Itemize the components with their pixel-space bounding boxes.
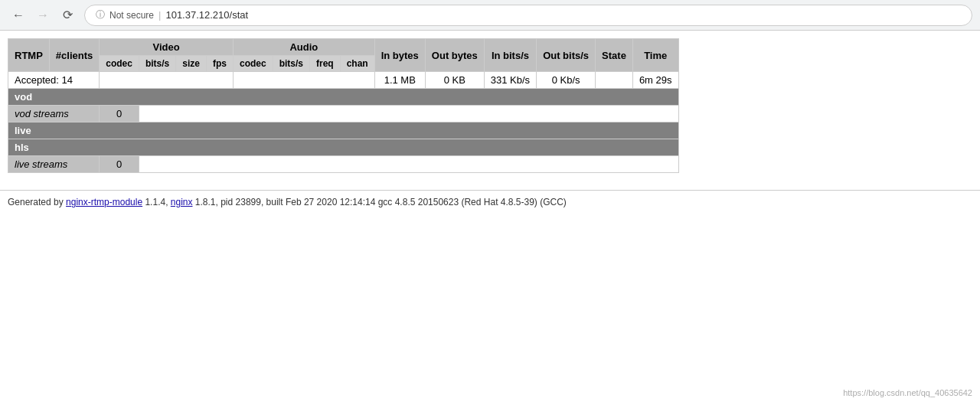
video-bits-header: bits/s (139, 56, 175, 72)
vod-streams-value: 0 (100, 106, 139, 122)
audio-freq-header: freq (310, 56, 341, 72)
main-table: RTMP #clients Video Audio In bytes Out b… (8, 38, 679, 173)
accepted-video-spacer (100, 72, 234, 89)
accepted-label: Accepted: 14 (8, 72, 100, 89)
video-codec-header: codec (100, 56, 139, 72)
nav-buttons: ← → ⟳ (8, 5, 78, 26)
time-header: Time (632, 39, 678, 72)
audio-chan-header: chan (340, 56, 374, 72)
accepted-out-bits: 0 Kb/s (537, 72, 596, 89)
in-bits-header: In bits/s (484, 39, 536, 72)
page-content: RTMP #clients Video Audio In bytes Out b… (0, 31, 980, 185)
address-bar[interactable]: ⓘ Not secure | 101.37.12.210/stat (84, 5, 972, 26)
separator: | (158, 9, 161, 21)
accepted-in-bits: 331 Kb/s (484, 72, 536, 89)
out-bytes-header: Out bytes (425, 39, 484, 72)
in-bytes-header: In bytes (374, 39, 425, 72)
hls-label: hls (8, 139, 679, 156)
generated-by-text: Generated by (8, 197, 66, 207)
accepted-audio-spacer (233, 72, 374, 89)
accepted-row: Accepted: 14 1.1 MB 0 KB 331 Kb/s 0 Kb/s… (8, 72, 679, 89)
audio-bits-header: bits/s (273, 56, 309, 72)
live-streams-label: live streams (8, 156, 100, 173)
not-secure-label: Not secure (109, 10, 154, 21)
module-link[interactable]: nginx-rtmp-module (66, 197, 142, 207)
live-streams-row: live streams 0 (8, 156, 679, 173)
footer-rest: 1.8.1, pid 23899, built Feb 27 2020 12:1… (193, 197, 567, 207)
video-size-header: size (176, 56, 207, 72)
live-streams-value: 0 (100, 156, 139, 173)
vod-streams-label: vod streams (8, 106, 100, 122)
hls-section-header: hls (8, 139, 679, 156)
live-section-header: live (8, 122, 679, 139)
live-label: live (8, 122, 679, 139)
accepted-out-bytes: 0 KB (425, 72, 484, 89)
footer: Generated by nginx-rtmp-module 1.1.4, ng… (0, 190, 980, 214)
vod-label: vod (8, 89, 679, 106)
vod-section-header: vod (8, 89, 679, 106)
out-bits-header: Out bits/s (537, 39, 596, 72)
rtmp-header: RTMP (8, 39, 50, 72)
vod-streams-spacer (139, 106, 678, 122)
clients-header: #clients (49, 39, 99, 72)
video-fps-header: fps (206, 56, 233, 72)
accepted-in-bytes: 1.1 MB (374, 72, 425, 89)
forward-button[interactable]: → (32, 5, 54, 26)
url-text: 101.37.12.210/stat (165, 9, 248, 21)
nginx-link[interactable]: nginx (171, 197, 193, 207)
browser-chrome: ← → ⟳ ⓘ Not secure | 101.37.12.210/stat (0, 0, 980, 31)
lock-icon: ⓘ (96, 8, 105, 21)
video-header: Video (100, 39, 234, 56)
audio-codec-header: codec (233, 56, 273, 72)
accepted-time: 6m 29s (632, 72, 678, 89)
live-streams-spacer (139, 156, 678, 173)
state-header: State (596, 39, 633, 72)
audio-header: Audio (233, 39, 374, 56)
module-version: 1.1.4, (142, 197, 171, 207)
refresh-button[interactable]: ⟳ (57, 5, 78, 26)
vod-streams-row: vod streams 0 (8, 106, 679, 122)
main-header-row: RTMP #clients Video Audio In bytes Out b… (8, 39, 679, 56)
back-button[interactable]: ← (8, 5, 29, 26)
accepted-state (596, 72, 633, 89)
